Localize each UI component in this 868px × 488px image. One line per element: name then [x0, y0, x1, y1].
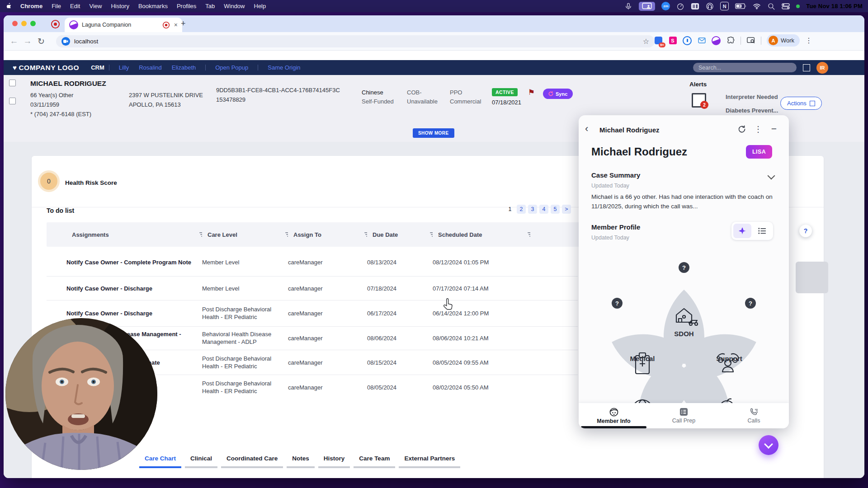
sync-button[interactable]: Sync: [543, 89, 573, 99]
bookmark-star-icon[interactable]: ☆: [643, 37, 649, 46]
expand-icon[interactable]: [803, 64, 810, 71]
flag-icon[interactable]: ⚑: [528, 88, 535, 97]
menubar-help[interactable]: Help: [250, 0, 271, 12]
spotlight-search-icon[interactable]: [767, 2, 775, 10]
tab-clinical[interactable]: Clinical: [185, 453, 217, 468]
show-more-button[interactable]: SHOW MORE: [413, 128, 454, 138]
browser-menu-kebab-icon[interactable]: ⋮: [805, 36, 813, 45]
menubar-bookmarks[interactable]: Bookmarks: [134, 0, 172, 12]
extension-s-icon[interactable]: S: [668, 36, 677, 45]
control-center-icon[interactable]: [782, 3, 790, 9]
menubar-window[interactable]: Window: [219, 0, 249, 12]
support-help-badge[interactable]: ?: [745, 298, 756, 309]
tab-external-partners[interactable]: External Partners: [399, 453, 460, 468]
screen-search-icon[interactable]: [746, 36, 755, 45]
wifi-icon[interactable]: [753, 3, 761, 9]
scroll-down-fab[interactable]: [759, 435, 778, 455]
nav-link-same-origin[interactable]: Same Origin: [268, 64, 300, 71]
panel-refresh-icon[interactable]: [738, 125, 746, 133]
nav-link-elizabeth[interactable]: Elizabeth: [172, 64, 196, 71]
back-button[interactable]: ←: [7, 36, 21, 46]
menubar-app-name[interactable]: Chrome: [16, 0, 47, 12]
extension-laguna-icon[interactable]: [712, 36, 721, 45]
nav-link-rosalind[interactable]: Rosalind: [139, 64, 162, 71]
reload-button[interactable]: ↻: [34, 36, 48, 47]
crm-search-input[interactable]: [693, 63, 797, 72]
window-minimize-button[interactable]: [21, 21, 27, 26]
sparkle-view-button[interactable]: [733, 224, 751, 238]
tab-recording-icon: [163, 21, 170, 28]
help-button[interactable]: ?: [799, 225, 812, 237]
table-header-scheduled-date[interactable]: Scheduled Date: [433, 222, 539, 247]
extensions-puzzle-icon[interactable]: [726, 36, 735, 45]
grid-list-icon[interactable]: [691, 3, 699, 10]
crm-logo[interactable]: ♥COMPANY LOGO: [13, 64, 79, 72]
alerts-checkbox-icon[interactable]: 2: [692, 93, 706, 108]
omnibox[interactable]: localhost ☆: [56, 35, 655, 47]
menubar-edit[interactable]: Edit: [66, 0, 85, 12]
tab-sharing-camera-icon[interactable]: [61, 37, 70, 46]
extension-blue-icon[interactable]: 9+: [654, 36, 663, 45]
notion-icon[interactable]: N: [720, 2, 729, 10]
battery-icon[interactable]: [735, 3, 746, 9]
page-4[interactable]: 4: [539, 205, 548, 214]
sidebar-checkbox-2[interactable]: [9, 98, 16, 104]
table-header-care-level[interactable]: Care Level: [202, 222, 297, 247]
extension-1password-icon[interactable]: [683, 36, 692, 45]
page-next[interactable]: >: [562, 205, 571, 214]
table-row[interactable]: Notify Case Owner - Discharge Member Lev…: [47, 276, 578, 300]
menubar-clock[interactable]: Tue Nov 18 1:06 PM: [806, 3, 863, 9]
table-header-due-date[interactable]: Due Date: [367, 222, 442, 247]
sdoh-help-badge[interactable]: ?: [679, 262, 689, 273]
panel-nav-call-prep[interactable]: Call Prep: [649, 403, 719, 428]
window-zoom-button[interactable]: [30, 21, 36, 26]
tab-coordinated-care[interactable]: Coordinated Care: [221, 453, 283, 468]
table-header-assign-to[interactable]: Assign To: [288, 222, 376, 247]
nav-link-open-popup[interactable]: Open Popup: [215, 64, 248, 71]
microphone-icon[interactable]: [624, 2, 632, 10]
medical-help-badge[interactable]: ?: [612, 298, 623, 309]
new-tab-button[interactable]: +: [181, 19, 186, 28]
menubar-file[interactable]: File: [47, 0, 66, 12]
nav-link-lilly[interactable]: Lilly: [119, 64, 129, 71]
recording-indicator-icon[interactable]: [51, 20, 60, 28]
panel-minimize-icon[interactable]: −: [768, 123, 780, 134]
menubar-history[interactable]: History: [106, 0, 133, 12]
tab-close-icon[interactable]: ×: [174, 21, 178, 28]
menubar-view[interactable]: View: [85, 0, 106, 12]
headphones-icon[interactable]: [706, 2, 714, 10]
panel-back-chevron-icon[interactable]: ‹: [585, 123, 588, 135]
page-3[interactable]: 3: [528, 205, 537, 214]
list-view-button[interactable]: [753, 224, 771, 238]
menubar-profiles[interactable]: Profiles: [172, 0, 201, 12]
case-summary-chevron-icon[interactable]: [768, 172, 775, 180]
tab-history[interactable]: History: [318, 453, 350, 468]
timer-icon[interactable]: [676, 2, 684, 10]
page-5[interactable]: 5: [551, 205, 560, 214]
extension-mail-icon[interactable]: [697, 36, 706, 45]
browser-tab[interactable]: Laguna Companion ×: [65, 18, 182, 32]
tab-care-team[interactable]: Care Team: [354, 453, 395, 468]
window-close-button[interactable]: [12, 21, 18, 26]
screen-share-menubar-button[interactable]: [639, 2, 655, 11]
panel-nav-member-info[interactable]: Member Info: [579, 403, 649, 428]
apple-logo-icon[interactable]: [6, 3, 12, 9]
menubar-tab[interactable]: Tab: [201, 0, 219, 12]
panel-nav-calls[interactable]: Calls: [719, 403, 789, 428]
table-row[interactable]: Notify Case Owner - Complete Program Not…: [47, 248, 578, 276]
petal-label-support[interactable]: Support: [707, 355, 752, 362]
lisa-button[interactable]: LISA: [746, 145, 772, 159]
petal-label-sdoh[interactable]: SDOH: [661, 330, 707, 338]
actions-button[interactable]: Actions: [780, 97, 822, 110]
tab-notes[interactable]: Notes: [287, 453, 315, 468]
browser-profile-chip[interactable]: A Work: [767, 34, 800, 47]
table-header-assignments[interactable]: Assignments: [66, 222, 211, 247]
page-2[interactable]: 2: [517, 205, 526, 214]
petal-label-medical[interactable]: Medical: [620, 355, 665, 362]
sidebar-checkbox-1[interactable]: [9, 80, 16, 86]
panel-kebab-icon[interactable]: ⋮: [752, 124, 764, 134]
forward-button[interactable]: →: [21, 36, 34, 46]
zoom-app-icon[interactable]: zm: [661, 2, 670, 10]
crm-user-avatar[interactable]: IR: [816, 62, 828, 74]
page-1[interactable]: 1: [505, 205, 514, 214]
